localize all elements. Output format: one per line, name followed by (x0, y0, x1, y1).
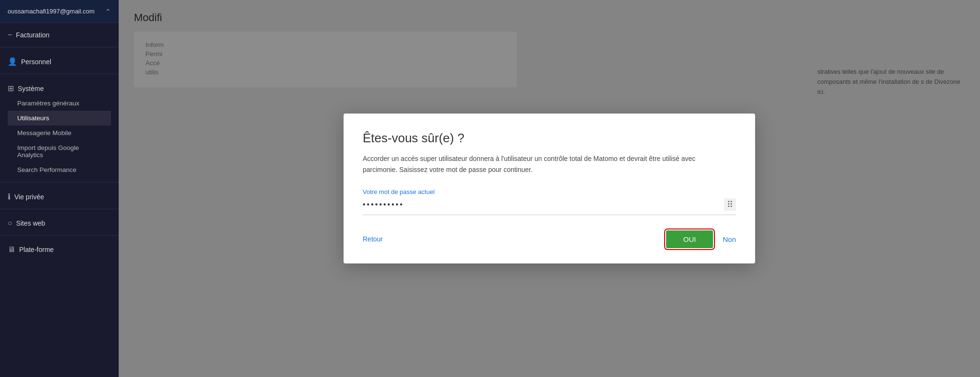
dialog-body: Accorder un accès super utilisateur donn… (363, 153, 698, 175)
sidebar-item-import-google-analytics[interactable]: Import depuis Google Analytics (8, 140, 111, 162)
sidebar-section-vie-privee: ℹ Vie privée (0, 184, 119, 207)
vie-privee-label: Vie privée (14, 193, 44, 201)
sidebar-item-messagerie-mobile[interactable]: Messagerie Mobile (8, 126, 111, 140)
show-password-icon[interactable]: ⠿ (724, 198, 736, 211)
import-google-analytics-label: Import depuis Google Analytics (17, 144, 79, 159)
divider-2 (0, 74, 119, 74)
sidebar-item-plateforme[interactable]: 🖥 Plate-forme (8, 242, 111, 257)
sidebar-collapse-icon[interactable]: ⌃ (105, 8, 111, 15)
sidebar-item-facturation[interactable]: − Facturation (8, 28, 111, 42)
search-performance-label: Search Performance (17, 166, 77, 173)
sidebar: oussamachafi1997@gmail.com ⌃ − Facturati… (0, 0, 119, 377)
sidebar-item-search-performance[interactable]: Search Performance (8, 162, 111, 177)
dialog-input-wrapper: ⠿ (363, 198, 736, 215)
sidebar-section-personnel: 👤 Personnel (0, 49, 119, 72)
sidebar-section-sites-web: ○ Sites web (0, 211, 119, 233)
vie-privee-icon: ℹ (8, 192, 11, 201)
plateforme-icon: 🖥 (8, 245, 15, 254)
oui-button[interactable]: OUI (666, 230, 713, 248)
sidebar-item-vie-privee[interactable]: ℹ Vie privée (8, 189, 111, 204)
sidebar-item-personnel[interactable]: 👤 Personnel (8, 54, 111, 69)
sidebar-email-text: oussamachafi1997@gmail.com (8, 8, 101, 15)
utilisateurs-label: Utilisateurs (17, 114, 49, 122)
sites-web-label: Sites web (16, 219, 45, 227)
sidebar-item-parametres-generaux[interactable]: Paramètres généraux (8, 96, 111, 111)
password-input[interactable] (363, 200, 724, 209)
facturation-icon: − (8, 31, 12, 39)
divider-4 (0, 209, 119, 209)
sidebar-item-systeme[interactable]: ⊞ Système (8, 81, 111, 96)
messagerie-mobile-label: Messagerie Mobile (17, 129, 71, 137)
dialog-actions: Retour OUI Non (363, 230, 736, 248)
facturation-label: Facturation (16, 31, 49, 39)
parametres-generaux-label: Paramètres généraux (17, 100, 79, 107)
sidebar-email-row[interactable]: oussamachafi1997@gmail.com ⌃ (0, 0, 119, 23)
systeme-icon: ⊞ (8, 84, 14, 93)
confirm-dialog: Êtes-vous sûr(e) ? Accorder un accès sup… (344, 114, 755, 263)
dialog-title: Êtes-vous sûr(e) ? (363, 131, 736, 146)
sidebar-section-facturation: − Facturation (0, 23, 119, 45)
sidebar-section-plateforme: 🖥 Plate-forme (0, 238, 119, 260)
divider-3 (0, 182, 119, 183)
personnel-icon: 👤 (8, 57, 17, 66)
plateforme-label: Plate-forme (19, 246, 54, 253)
main-content-area: Modifi Inform Permi Accè utilis strative… (119, 0, 980, 377)
sidebar-section-systeme: ⊞ Système Paramètres généraux Utilisateu… (0, 76, 119, 180)
systeme-label: Système (18, 85, 44, 92)
dialog-buttons: OUI Non (666, 230, 736, 248)
modal-overlay: Êtes-vous sûr(e) ? Accorder un accès sup… (119, 0, 980, 377)
sidebar-item-sites-web[interactable]: ○ Sites web (8, 216, 111, 230)
back-link[interactable]: Retour (363, 235, 383, 243)
non-button[interactable]: Non (723, 235, 736, 243)
dialog-input-label: Votre mot de passe actuel (363, 188, 736, 195)
personnel-label: Personnel (21, 58, 51, 66)
divider-1 (0, 47, 119, 47)
sidebar-item-utilisateurs[interactable]: Utilisateurs (8, 111, 111, 126)
sites-web-icon: ○ (8, 219, 12, 228)
divider-5 (0, 235, 119, 236)
